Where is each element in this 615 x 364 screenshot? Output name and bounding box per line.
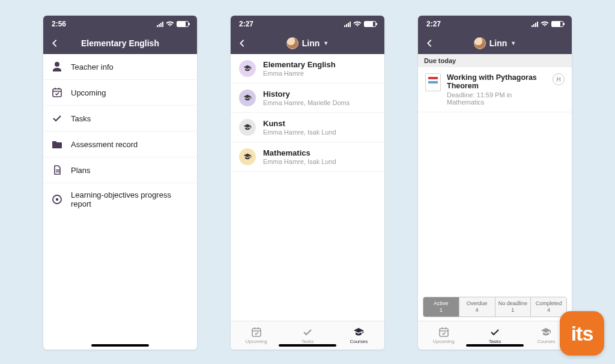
course-icon [239,60,256,77]
course-list: Elementary English Emma Hamre History Em… [231,54,384,321]
course-teachers: Emma Hamre, Isak Lund [263,129,336,136]
course-item[interactable]: History Emma Hamre, Marielle Doms [231,83,384,113]
task-badge: H [553,73,565,85]
chevron-down-icon: ▼ [510,40,516,46]
course-teachers: Emma Hamre, Isak Lund [263,158,336,165]
clock: 2:56 [52,20,66,28]
folder-icon [52,139,62,150]
nav-bar: Linn ▼ [418,32,572,54]
battery-icon [177,21,189,27]
brand-text: its [571,322,593,345]
status-icons [532,21,563,27]
filter-nodeadline[interactable]: No deadline 1 [495,297,532,317]
home-indicator[interactable] [91,344,149,347]
clock: 2:27 [426,20,441,28]
menu-item-label: Learning-objectives progress report [71,190,189,208]
check-icon [52,113,62,124]
course-name: History [263,89,350,99]
filter-count: 1 [511,307,514,314]
its-logo: its [560,311,604,356]
menu-item-upcoming[interactable]: Upcoming [43,80,197,106]
course-item[interactable]: Kunst Emma Hamre, Isak Lund [231,113,384,142]
user-name: Linn [489,38,507,48]
menu-item-objectives[interactable]: Learning-objectives progress report [43,183,197,216]
battery-icon [364,21,376,27]
document-icon [52,165,62,175]
back-button[interactable] [424,38,435,49]
home-indicator[interactable] [279,344,336,347]
wifi-icon [541,21,549,27]
user-dropdown[interactable]: Linn ▼ [435,37,555,49]
page-title: Elementary English [81,38,159,48]
menu-item-teacher-info[interactable]: Teacher info [43,54,197,80]
task-meta: Deadline: 11:59 PM in Mathematics [447,91,547,106]
course-menu-list: Teacher info Upcoming Tasks Assessment r… [43,54,197,350]
course-teachers: Emma Hamre, Marielle Doms [263,99,350,106]
filter-completed[interactable]: Completed 4 [531,297,566,317]
task-item[interactable]: Working with Pythagoras Theorem Deadline… [418,67,572,112]
calendar-icon [52,87,62,98]
course-teachers: Emma Hamre [263,70,336,77]
nav-bar: Elementary English [43,32,197,54]
course-name: Mathematics [263,148,336,157]
screen-tasks: 2:27 Linn ▼ Due today Wo [418,16,572,350]
menu-item-label: Teacher info [71,62,114,71]
menu-item-label: Plans [71,166,91,175]
course-icon [239,119,256,136]
task-filter-bar: Active 1 Overdue 4 No deadline 1 Complet… [423,297,567,317]
filter-label: No deadline [498,300,527,307]
task-doc-icon [425,73,441,91]
tab-upcoming[interactable]: Upcoming [231,321,282,350]
user-name: Linn [302,38,320,48]
filter-count: 4 [547,307,550,314]
menu-item-label: Tasks [71,114,91,123]
nav-bar: Linn ▼ [231,32,384,54]
filter-count: 4 [476,307,479,314]
task-title: Working with Pythagoras Theorem [447,73,547,90]
course-item[interactable]: Mathematics Emma Hamre, Isak Lund [231,142,384,172]
course-name: Elementary English [263,60,336,69]
signal-icon [532,21,538,27]
menu-item-assessment[interactable]: Assessment record [43,132,197,157]
battery-icon [551,21,563,27]
menu-item-label: Assessment record [71,140,138,149]
clock: 2:27 [239,20,253,28]
course-item[interactable]: Elementary English Emma Hamre [231,54,384,83]
tab-label: Tasks [301,339,314,344]
tab-label: Courses [350,339,368,344]
course-icon [239,148,256,165]
tab-label: Tasks [489,339,501,344]
status-icons [344,21,376,27]
menu-item-tasks[interactable]: Tasks [43,106,197,132]
filter-active[interactable]: Active 1 [423,297,459,317]
signal-icon [344,21,351,27]
wifi-icon [166,21,174,27]
back-button[interactable] [237,38,247,49]
menu-item-plans[interactable]: Plans [43,157,197,183]
status-bar: 2:27 [231,16,384,32]
filter-label: Active [434,300,449,307]
filter-overdue[interactable]: Overdue 4 [459,297,495,317]
avatar [286,37,298,49]
signal-icon [157,21,163,27]
filter-count: 1 [440,307,443,314]
tab-upcoming[interactable]: Upcoming [418,321,469,350]
screen-courses: 2:27 Linn ▼ Elementary Engli [231,16,384,350]
status-icons [157,21,189,27]
wifi-icon [353,21,362,27]
screen-course-menu: 2:56 Elementary English Teacher info [43,16,197,350]
status-bar: 2:56 [43,16,197,32]
section-due-today: Due today [418,54,572,67]
target-icon [52,194,62,205]
tab-label: Courses [537,339,555,344]
back-button[interactable] [49,38,60,49]
filter-label: Overdue [467,300,488,307]
tab-label: Upcoming [433,339,455,344]
status-bar: 2:27 [418,16,572,32]
user-dropdown[interactable]: Linn ▼ [247,37,368,49]
course-name: Kunst [263,119,336,128]
tab-label: Upcoming [246,339,267,344]
home-indicator[interactable] [466,344,524,347]
person-icon [52,61,62,72]
tab-courses[interactable]: Courses [333,321,384,350]
